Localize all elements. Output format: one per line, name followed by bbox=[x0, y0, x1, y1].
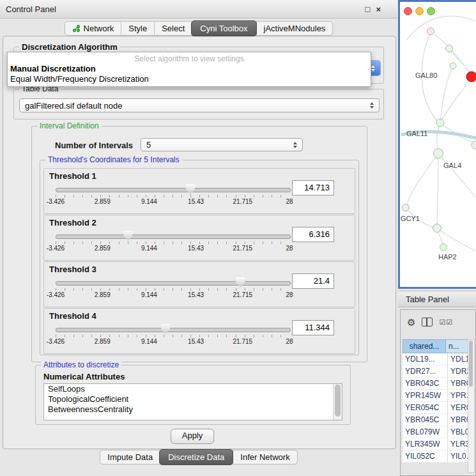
network-node[interactable] bbox=[440, 244, 447, 251]
slider-thumb[interactable] bbox=[123, 231, 132, 241]
network-node[interactable] bbox=[472, 141, 476, 149]
network-node[interactable] bbox=[436, 119, 444, 127]
cell[interactable]: YBL079W bbox=[403, 426, 448, 438]
cell[interactable]: YDL1... bbox=[448, 353, 468, 365]
slider-track[interactable] bbox=[56, 188, 291, 192]
attributes-listbox[interactable]: SelfLoops TopologicalCoefficient Between… bbox=[43, 383, 342, 420]
network-node[interactable] bbox=[433, 224, 441, 233]
list-item[interactable]: SelfLoops bbox=[44, 384, 342, 394]
scrollbar-thumb[interactable] bbox=[335, 385, 341, 417]
dropdown-option-equal-width[interactable]: Equal Width/Frequency Discretization bbox=[8, 73, 371, 84]
table-row[interactable]: YDR27...YDR2... bbox=[403, 365, 468, 378]
cell[interactable]: YIL052C bbox=[403, 450, 448, 462]
control-panel: Control Panel □ × Network Style bbox=[0, 0, 397, 476]
dropdown-option-manual[interactable]: Manual Discretization bbox=[8, 63, 371, 73]
close-traffic-icon[interactable] bbox=[404, 7, 412, 15]
threshold-value-field[interactable]: 14.713 bbox=[292, 180, 334, 196]
thresholds-group: Threshold's Coordinates for 5 Intervals … bbox=[40, 160, 359, 355]
table-row[interactable]: YDL19...YDL1... bbox=[403, 353, 468, 365]
table-row[interactable]: YLR345WYLR3... bbox=[403, 438, 468, 450]
cell[interactable]: YDR2... bbox=[448, 365, 468, 377]
column-header-shared-name[interactable]: shared... bbox=[403, 340, 446, 353]
zoom-traffic-icon[interactable] bbox=[427, 7, 435, 15]
threshold-slider[interactable]: -3.4262.8599.14415.4321.71528 bbox=[56, 184, 289, 207]
cyni-toolbox-panel: Discretization Algorithm Select algorith… bbox=[3, 36, 396, 449]
column-selector-icon[interactable] bbox=[422, 318, 433, 326]
slider-thumb[interactable] bbox=[236, 277, 245, 288]
tab-discretize-data[interactable]: Discretize Data bbox=[159, 449, 233, 465]
list-item[interactable]: BetweennessCentrality bbox=[44, 404, 342, 415]
tab-jactivemnodules[interactable]: jActiveMNodules bbox=[256, 22, 333, 35]
cell[interactable]: YDL19... bbox=[403, 353, 448, 365]
cell[interactable]: YBR045C bbox=[403, 414, 448, 426]
float-icon[interactable]: □ bbox=[365, 4, 371, 14]
close-icon[interactable]: × bbox=[376, 4, 381, 14]
cell[interactable]: YBR0... bbox=[448, 378, 468, 389]
table-row[interactable]: YIL052CYIL0... bbox=[403, 450, 468, 463]
tab-select[interactable]: Select bbox=[154, 22, 192, 35]
network-node[interactable] bbox=[427, 28, 434, 35]
cell[interactable]: YBR043C bbox=[403, 378, 448, 389]
cell[interactable]: YIL0... bbox=[448, 450, 468, 462]
network-node[interactable] bbox=[450, 63, 456, 69]
list-item[interactable]: TopologicalCoefficient bbox=[44, 394, 342, 404]
table-scrollbar[interactable] bbox=[468, 339, 475, 473]
slider-thumb[interactable] bbox=[161, 324, 170, 334]
threshold-panel-1: Threshold 1 -3.4262.8599.14415.4321.7152… bbox=[43, 168, 355, 214]
apply-button[interactable]: Apply bbox=[171, 429, 214, 444]
table-row[interactable]: YBR045CYBR0... bbox=[403, 414, 468, 426]
network-node-selected[interactable] bbox=[466, 72, 476, 82]
cell[interactable]: YLR345W bbox=[403, 438, 448, 450]
gear-icon[interactable]: ⚙ bbox=[407, 318, 415, 327]
select-all-checkboxes-icon[interactable]: ☑☑ bbox=[439, 318, 453, 326]
cell[interactable]: YPR1... bbox=[448, 390, 468, 401]
scrollbar-thumb[interactable] bbox=[469, 341, 473, 387]
cell[interactable]: YLR3... bbox=[448, 438, 468, 450]
tab-label: Cyni Toolbox bbox=[200, 24, 247, 33]
threshold-slider[interactable]: -3.4262.8599.14415.4321.71528 bbox=[56, 324, 289, 347]
table-row[interactable]: YPR145WYPR1... bbox=[403, 390, 468, 402]
threshold-value-field[interactable]: 11.344 bbox=[292, 320, 334, 335]
cell[interactable]: YDR27... bbox=[403, 365, 448, 377]
network-node[interactable] bbox=[403, 204, 410, 211]
tab-network[interactable]: Network bbox=[65, 22, 121, 35]
slider-track[interactable] bbox=[56, 234, 291, 239]
slider-thumb[interactable] bbox=[186, 184, 195, 194]
cell[interactable]: YBL0... bbox=[448, 426, 468, 438]
cell[interactable]: YPR145W bbox=[403, 390, 448, 401]
panel-title: Control Panel bbox=[0, 4, 56, 14]
slider-track[interactable] bbox=[56, 281, 291, 286]
threshold-slider[interactable]: -3.4262.8599.14415.4321.71528 bbox=[56, 231, 289, 254]
tab-label: jActiveMNodules bbox=[264, 24, 326, 33]
table-data-combobox[interactable]: galFiltered.sif default node bbox=[19, 98, 380, 112]
tab-impute-data[interactable]: Impute Data bbox=[100, 450, 160, 464]
table-row[interactable]: YER054CYER0... bbox=[403, 402, 468, 414]
tab-label: Impute Data bbox=[107, 452, 153, 462]
cell[interactable]: YER0... bbox=[448, 402, 468, 413]
column-header-name[interactable]: n... bbox=[446, 340, 468, 353]
tab-infer-network[interactable]: Infer Network bbox=[233, 450, 296, 464]
combo-stepper-icon[interactable] bbox=[366, 102, 374, 109]
cell[interactable]: YBR0... bbox=[448, 414, 468, 426]
network-canvas[interactable]: GAL80 GAL11 GAL4 GCY1 HAP2 bbox=[400, 2, 476, 287]
table-row[interactable]: YBR043CYBR0... bbox=[403, 378, 468, 390]
tab-style[interactable]: Style bbox=[121, 22, 154, 35]
threshold-slider[interactable]: -3.4262.8599.14415.4321.71528 bbox=[56, 277, 289, 300]
minimize-traffic-icon[interactable] bbox=[415, 7, 424, 15]
threshold-value-field[interactable]: 21.4 bbox=[292, 273, 334, 289]
slider-track[interactable] bbox=[56, 328, 291, 332]
network-node[interactable] bbox=[434, 149, 443, 158]
tab-cyni-toolbox[interactable]: Cyni Toolbox bbox=[191, 20, 256, 36]
list-scrollbar[interactable] bbox=[333, 384, 342, 420]
table-row[interactable]: YBL079WYBL0... bbox=[403, 426, 468, 438]
network-node[interactable] bbox=[446, 45, 453, 52]
slider-scale: -3.4262.8599.14415.4321.71528 bbox=[56, 291, 289, 299]
combo-stepper-icon[interactable] bbox=[289, 142, 297, 148]
threshold-value-field[interactable]: 6.316 bbox=[292, 227, 334, 242]
table-panel-title: Table Panel bbox=[406, 295, 449, 304]
num-intervals-combobox[interactable]: 5 bbox=[141, 138, 303, 151]
cell[interactable]: YER054C bbox=[403, 402, 448, 413]
network-view-window[interactable]: GAL80 GAL11 GAL4 GCY1 HAP2 bbox=[398, 0, 476, 289]
threshold-label: Threshold 1 bbox=[49, 171, 96, 181]
slider-scale: -3.4262.8599.14415.4321.71528 bbox=[56, 245, 289, 252]
